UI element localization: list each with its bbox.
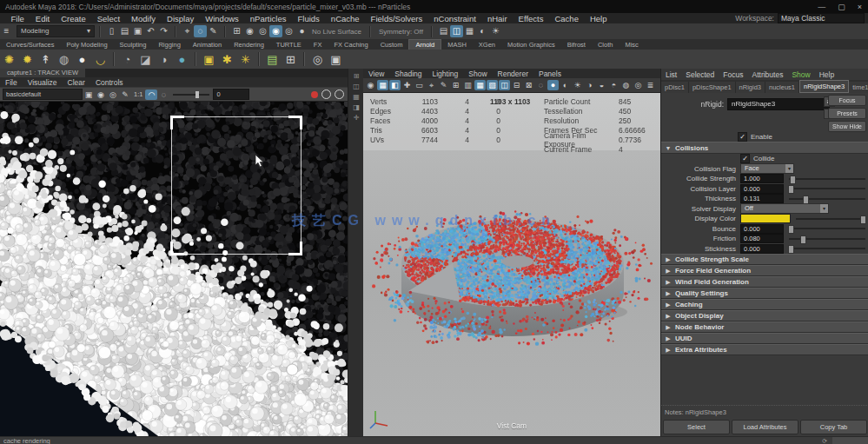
safe-title-icon[interactable]: ⊠ [523, 80, 534, 90]
enable-checkbox-row[interactable]: ✓ Enable [661, 131, 868, 142]
shelf-tab-xgen[interactable]: XGen [473, 40, 501, 50]
lens-flare-icon[interactable]: ◎ [308, 51, 327, 68]
minimize-button[interactable]: — [812, 3, 832, 11]
slider-handle[interactable] [788, 245, 794, 254]
stickiness-field[interactable]: 0.000 [740, 244, 784, 254]
symmetry-dropdown[interactable]: Symmetry: Off [375, 28, 427, 36]
checkbox-checked-icon[interactable]: ✓ [740, 154, 750, 163]
shelf-tab-misc[interactable]: Misc [619, 40, 644, 50]
slider-handle[interactable] [803, 195, 809, 204]
reference-menu-controls[interactable]: Controls [90, 78, 129, 87]
show-hide-button[interactable]: Show Hide [828, 121, 866, 132]
object-display-section-header[interactable]: ▶Object Display [661, 310, 868, 321]
render-region-icon[interactable]: ◉ [95, 89, 107, 100]
menu-modify[interactable]: Modify [126, 14, 162, 23]
menu-fields-solvers[interactable]: Fields/Solvers [365, 14, 428, 23]
viewport-menu-view[interactable]: View [363, 70, 389, 78]
ab-compare-icon[interactable] [321, 89, 331, 99]
shelf-tab-arnold[interactable]: Arnold [408, 39, 441, 50]
collision-layer-slider[interactable] [789, 188, 865, 189]
ae-tab-nucleus1[interactable]: nucleus1 [765, 82, 799, 93]
bounce-slider[interactable] [789, 228, 865, 229]
menu-nparticles[interactable]: nParticles [244, 14, 292, 23]
load-attributes-button[interactable]: Load Attributes [732, 420, 798, 434]
new-scene-icon[interactable]: ▯ [105, 25, 118, 37]
smoke-effect-icon[interactable]: ✱ [218, 51, 236, 68]
collisions-section-header[interactable]: ▼ Collisions [661, 142, 868, 154]
render-settings-icon[interactable]: ▦ [463, 25, 476, 37]
ae-tab-time1[interactable]: time1 [849, 82, 868, 93]
fluid-emitter-icon[interactable]: ◪ [136, 51, 155, 68]
menu-create[interactable]: Create [56, 14, 92, 23]
friction-field[interactable]: 0.080 [740, 234, 784, 243]
collide-strength-field[interactable]: 1.000 [740, 174, 784, 183]
frame-value-field[interactable]: 0 [213, 89, 249, 100]
snap-point-icon[interactable]: ◎ [256, 25, 269, 37]
solver-display-dropdown[interactable]: Off▾ [740, 203, 829, 214]
compare-icon[interactable]: ◌ [157, 89, 169, 100]
slider-handle[interactable] [788, 185, 794, 194]
isolate-select-icon[interactable]: ◍ [620, 80, 632, 90]
field-chart-icon[interactable]: ◫ [499, 80, 510, 90]
nparticle-icon[interactable]: ✺ [0, 51, 18, 68]
redo-icon[interactable]: ↷ [157, 25, 170, 37]
thickness-slider[interactable] [789, 198, 865, 200]
panel-grid-icon[interactable]: ▦ [353, 93, 360, 101]
presets-button[interactable]: Presets [828, 108, 866, 119]
ipr-render-icon[interactable]: ◫ [450, 25, 463, 37]
menu-effects[interactable]: Effects [513, 14, 549, 23]
fire-effect-icon[interactable]: ▣ [200, 51, 218, 68]
collision-flag-dropdown[interactable]: Face▾ [740, 163, 794, 174]
caching-section-header[interactable]: ▶Caching [661, 299, 868, 310]
soft-body-icon[interactable]: ● [73, 51, 91, 68]
menu-ncache[interactable]: nCache [325, 14, 365, 23]
ae-menu-attributes[interactable]: Attributes [747, 70, 787, 79]
collide-strength-slider[interactable] [789, 178, 865, 180]
menu-edit[interactable]: Edit [30, 14, 55, 23]
shelf-tab-curves-surfaces[interactable]: Curves/Surfaces [0, 40, 60, 50]
menu-help[interactable]: Help [584, 14, 613, 23]
goal-icon[interactable]: ◍ [55, 51, 73, 68]
collision-layer-field[interactable]: 0.000 [740, 184, 784, 194]
use-all-lights-icon[interactable]: ☀ [572, 80, 583, 90]
ae-tab-pdisc1[interactable]: pDisc1 [661, 82, 689, 93]
checkbox-checked-icon[interactable]: ✓ [738, 132, 747, 142]
shaded-icon[interactable]: ● [547, 80, 559, 90]
surface-flow-icon[interactable]: ⊞ [282, 51, 300, 68]
ae-menu-show[interactable]: Show [787, 70, 814, 79]
shelf-tab-poly-modeling[interactable]: Poly Modeling [60, 40, 113, 50]
refresh-icon[interactable]: ◎ [107, 89, 119, 100]
slider-handle[interactable] [788, 225, 794, 234]
viewport-menu-renderer[interactable]: Renderer [493, 70, 533, 78]
ae-menu-help[interactable]: Help [815, 70, 838, 79]
select-button[interactable]: Select [663, 420, 730, 434]
exposure-icon[interactable]: ≣ [645, 80, 656, 90]
camera-attributes-icon[interactable]: ◧ [389, 80, 401, 90]
textured-icon[interactable]: ◐ [560, 80, 571, 90]
ae-menu-list[interactable]: List [661, 70, 681, 79]
hypershade-icon[interactable]: ◐ [476, 25, 489, 37]
menu-nhair[interactable]: nHair [481, 14, 513, 23]
wind-field-generation-section-header[interactable]: ▶Wind Field Generation [661, 276, 868, 288]
ae-menu-selected[interactable]: Selected [681, 70, 719, 79]
camera-preset-dropdown[interactable]: basicdefault [3, 89, 83, 100]
panel-layout-icon[interactable]: ⊞ [354, 72, 360, 80]
display-color-swatch[interactable] [740, 214, 791, 223]
reference-panel-tab[interactable]: capture1 : TRACK VIEW [0, 69, 85, 77]
lock-camera-icon[interactable]: ▦ [377, 80, 388, 90]
snap-curve-icon[interactable]: ◉ [243, 25, 256, 37]
emit-from-object-icon[interactable]: ✹ [18, 51, 36, 68]
node-behavior-section-header[interactable]: ▶Node Behavior [661, 321, 868, 333]
menu-file[interactable]: File [5, 14, 30, 23]
extra-attributes-section-header[interactable]: ▶Extra Attributes [661, 344, 868, 355]
slider-handle[interactable] [860, 215, 866, 224]
shadows-icon[interactable]: ◑ [584, 80, 595, 90]
shelf-tab-rendering[interactable]: Rendering [228, 40, 270, 50]
hamburger-icon[interactable]: ≡ [0, 25, 13, 37]
selection-mask-dropdown[interactable]: Modeling▾ [17, 25, 95, 37]
thickness-field[interactable]: 0.131 [740, 194, 784, 203]
panel-camera-icon[interactable]: ◫ [353, 83, 360, 90]
menu-fluids[interactable]: Fluids [292, 14, 325, 23]
particle-collision-icon[interactable]: ◡ [91, 51, 109, 68]
pond-icon[interactable]: ● [173, 51, 191, 68]
